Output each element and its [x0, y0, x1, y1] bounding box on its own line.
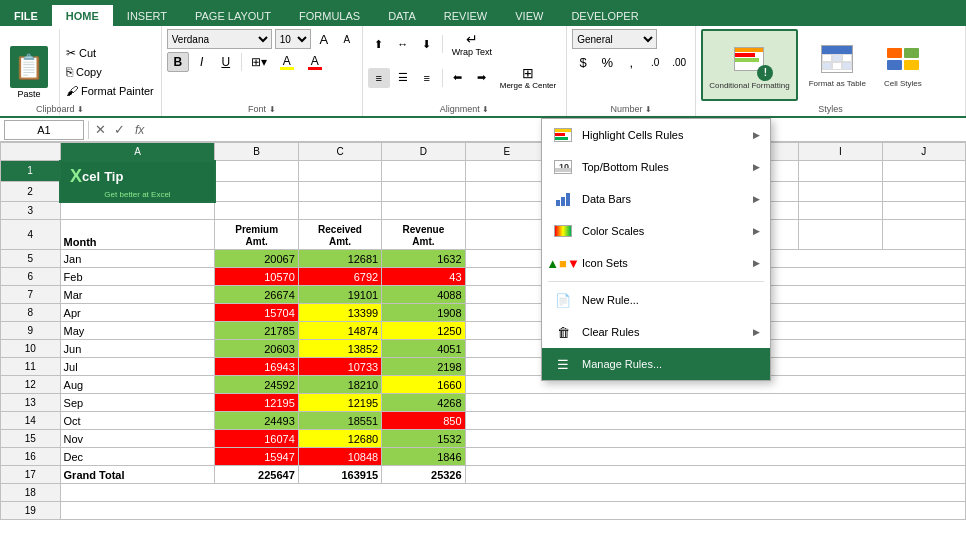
cell-c16[interactable]: 10848: [298, 448, 381, 466]
cell-c10[interactable]: 13852: [298, 340, 381, 358]
cell-b12[interactable]: 24592: [215, 376, 298, 394]
cell-d7[interactable]: 4088: [382, 286, 465, 304]
tab-data[interactable]: DATA: [374, 6, 430, 26]
cell-d12[interactable]: 1660: [382, 376, 465, 394]
col-header-d[interactable]: D: [382, 143, 465, 161]
row-header-5[interactable]: 5: [1, 250, 61, 268]
number-format-select[interactable]: General: [572, 29, 657, 49]
top-bottom-rules-item[interactable]: 10 Top/Bottom Rules ▶: [542, 151, 770, 183]
cell-d13[interactable]: 4268: [382, 394, 465, 412]
col-header-a[interactable]: A: [60, 143, 215, 161]
cell-a17[interactable]: Grand Total: [60, 466, 215, 484]
cell-a5[interactable]: Jan: [60, 250, 215, 268]
cell-c14[interactable]: 18551: [298, 412, 381, 430]
formula-function-button[interactable]: fx: [131, 123, 148, 137]
icon-sets-item[interactable]: ▲■▼ Icon Sets ▶: [542, 247, 770, 279]
cell-d15[interactable]: 1532: [382, 430, 465, 448]
cell-j2[interactable]: [882, 181, 965, 202]
align-middle-button[interactable]: ↔: [392, 34, 414, 54]
row-header-18[interactable]: 18: [1, 484, 61, 502]
col-header-c[interactable]: C: [298, 143, 381, 161]
cell-d17[interactable]: 25326: [382, 466, 465, 484]
cell-a9[interactable]: May: [60, 322, 215, 340]
cell-a1[interactable]: Xcel Tip Get better at Excel: [60, 161, 215, 202]
wrap-text-button[interactable]: ↵ Wrap Text: [447, 29, 497, 60]
cell-c4[interactable]: ReceivedAmt.: [298, 220, 381, 250]
cell-e3[interactable]: [465, 202, 548, 220]
color-scales-item[interactable]: Color Scales ▶: [542, 215, 770, 247]
row-header-3[interactable]: 3: [1, 202, 61, 220]
tab-home[interactable]: HOME: [52, 5, 113, 26]
row-header-14[interactable]: 14: [1, 412, 61, 430]
cell-a13[interactable]: Sep: [60, 394, 215, 412]
name-box[interactable]: A1: [4, 120, 84, 140]
cell-b16[interactable]: 15947: [215, 448, 298, 466]
row-header-13[interactable]: 13: [1, 394, 61, 412]
cell-c13[interactable]: 12195: [298, 394, 381, 412]
cell-i2[interactable]: [799, 181, 882, 202]
cell-a3[interactable]: [60, 202, 215, 220]
font-size-select[interactable]: 10: [275, 29, 311, 49]
comma-button[interactable]: ,: [620, 52, 642, 72]
tab-formulas[interactable]: FORMULAS: [285, 6, 374, 26]
merge-center-button[interactable]: ⊞ Merge & Center: [495, 63, 561, 93]
cell-c7[interactable]: 19101: [298, 286, 381, 304]
cell-c2[interactable]: [298, 181, 381, 202]
data-bars-item[interactable]: Data Bars ▶: [542, 183, 770, 215]
cell-a6[interactable]: Feb: [60, 268, 215, 286]
cell-b2[interactable]: [215, 181, 298, 202]
col-header-i[interactable]: I: [799, 143, 882, 161]
col-header-b[interactable]: B: [215, 143, 298, 161]
cell-a7[interactable]: Mar: [60, 286, 215, 304]
cell-c12[interactable]: 18210: [298, 376, 381, 394]
row-header-17[interactable]: 17: [1, 466, 61, 484]
cell-d2[interactable]: [382, 181, 465, 202]
cell-a15[interactable]: Nov: [60, 430, 215, 448]
percent-button[interactable]: %: [596, 52, 618, 72]
cell-j4[interactable]: [882, 220, 965, 250]
cell-c11[interactable]: 10733: [298, 358, 381, 376]
cell-a8[interactable]: Apr: [60, 304, 215, 322]
tab-file[interactable]: FILE: [0, 6, 52, 26]
font-color-button[interactable]: A: [302, 52, 328, 72]
cell-b7[interactable]: 26674: [215, 286, 298, 304]
row-header-19[interactable]: 19: [1, 502, 61, 520]
tab-insert[interactable]: INSERT: [113, 6, 181, 26]
cell-a11[interactable]: Jul: [60, 358, 215, 376]
align-top-button[interactable]: ⬆: [368, 34, 390, 54]
align-left-button[interactable]: ≡: [368, 68, 390, 88]
cell-b5[interactable]: 20067: [215, 250, 298, 268]
cell-d1[interactable]: [382, 161, 465, 182]
cell-b3[interactable]: [215, 202, 298, 220]
cut-button[interactable]: ✂ Cut: [63, 44, 157, 62]
decrease-font-button[interactable]: A: [337, 29, 357, 49]
tab-view[interactable]: VIEW: [501, 6, 557, 26]
cell-j3[interactable]: [882, 202, 965, 220]
row-header-9[interactable]: 9: [1, 322, 61, 340]
cell-i3[interactable]: [799, 202, 882, 220]
fill-color-button[interactable]: A: [274, 52, 300, 72]
cell-c6[interactable]: 6792: [298, 268, 381, 286]
row-header-1[interactable]: 1: [1, 161, 61, 182]
paste-button[interactable]: 📋 Paste: [4, 44, 54, 101]
tab-developer[interactable]: DEVELOPER: [557, 6, 652, 26]
cell-b14[interactable]: 24493: [215, 412, 298, 430]
row-header-12[interactable]: 12: [1, 376, 61, 394]
align-center-button[interactable]: ☰: [392, 68, 414, 88]
cell-d11[interactable]: 2198: [382, 358, 465, 376]
formula-cancel-button[interactable]: ✕: [93, 122, 108, 137]
underline-button[interactable]: U: [215, 52, 237, 72]
border-button[interactable]: ⊞▾: [246, 52, 272, 72]
cell-a12[interactable]: Aug: [60, 376, 215, 394]
increase-decimal-button[interactable]: .0: [644, 52, 666, 72]
cell-a4[interactable]: Month: [60, 220, 215, 250]
col-header-j[interactable]: J: [882, 143, 965, 161]
conditional-formatting-button[interactable]: ! Conditional Formatting: [701, 29, 797, 101]
row-header-15[interactable]: 15: [1, 430, 61, 448]
italic-button[interactable]: I: [191, 52, 213, 72]
cell-c15[interactable]: 12680: [298, 430, 381, 448]
format-as-table-button[interactable]: Format as Table: [802, 29, 873, 101]
manage-rules-item[interactable]: ☰ Manage Rules...: [542, 348, 770, 380]
cell-a14[interactable]: Oct: [60, 412, 215, 430]
font-name-select[interactable]: Verdana: [167, 29, 272, 49]
